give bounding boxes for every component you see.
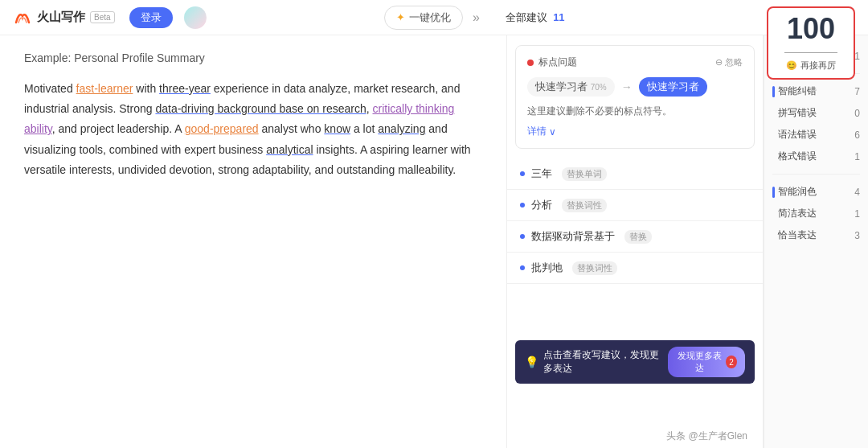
suggestion-text-3: 批判地 bbox=[531, 261, 563, 275]
dot-icon bbox=[520, 171, 525, 176]
bulb-icon: 💡 bbox=[525, 356, 538, 368]
original-score: 70% bbox=[591, 83, 607, 92]
sidebar-label-6: 恰当表达 bbox=[778, 228, 817, 242]
logo-icon bbox=[13, 8, 32, 27]
suggestion-badge-3: 替换词性 bbox=[572, 261, 617, 275]
sidebar-item-geshi[interactable]: 格式错误 1 bbox=[772, 146, 860, 167]
highlighted-good-prepared[interactable]: good-prepared bbox=[185, 122, 259, 135]
suggestion-card-main: 标点问题 ⊖ 忽略 快速学习者 70% → 快速学习者 这里建议删除不必要的标点… bbox=[515, 45, 755, 149]
sidebar-count-2: 6 bbox=[854, 129, 860, 141]
suggestion-item-3[interactable]: 批判地 替换词性 bbox=[507, 253, 763, 284]
score-action-text: 再接再厉 bbox=[800, 60, 836, 72]
beta-badge: Beta bbox=[90, 11, 115, 23]
highlighted-analytical[interactable]: analytical bbox=[266, 143, 313, 156]
sidebar-bar-2 bbox=[772, 129, 775, 141]
suggestion-badge-1: 替换词性 bbox=[562, 199, 607, 212]
tooltip-banner: 💡 点击查看改写建议，发现更多表达 发现更多表达 2 bbox=[515, 340, 755, 384]
suggestion-item-0[interactable]: 三年 替换单词 bbox=[507, 158, 763, 190]
right-sidebar: 全部建议 11 智能纠错 7 拼写错误 0 语法错误 6 bbox=[764, 35, 868, 448]
expand-button[interactable]: » bbox=[473, 10, 480, 25]
sidebar-item-left-5: 简洁表达 bbox=[772, 207, 817, 220]
suggestion-detail[interactable]: 详情 ∨ bbox=[527, 125, 743, 138]
sidebar-label-2: 语法错误 bbox=[778, 128, 817, 142]
sidebar-count-3: 1 bbox=[854, 151, 860, 162]
dot-icon-2 bbox=[520, 234, 525, 239]
suggestion-text-1: 分析 bbox=[531, 198, 552, 212]
sidebar-label-1: 拼写错误 bbox=[778, 106, 817, 120]
suggestion-tag: 标点问题 bbox=[527, 55, 577, 69]
score-box: 100 —————— 😊 再接再厉 bbox=[767, 6, 855, 80]
score-emoji: 😊 bbox=[786, 60, 797, 71]
sidebar-label-0: 智能纠错 bbox=[778, 84, 817, 98]
suggestions-panel: 标点问题 ⊖ 忽略 快速学习者 70% → 快速学习者 这里建议删除不必要的标点… bbox=[506, 35, 764, 448]
sidebar-bar-5 bbox=[772, 208, 775, 220]
sidebar-item-left-4: 智能润色 bbox=[772, 185, 817, 199]
optimize-label: 一键优化 bbox=[409, 10, 451, 25]
sidebar-count-0: 7 bbox=[854, 86, 860, 97]
sidebar-item-left-6: 恰当表达 bbox=[772, 228, 817, 242]
dot-icon-3 bbox=[520, 265, 525, 270]
avatar-button[interactable] bbox=[184, 6, 207, 29]
sidebar-item-jianjie[interactable]: 简洁表达 1 bbox=[772, 203, 860, 224]
suggestions-label: 全部建议 11 bbox=[506, 10, 565, 25]
sidebar-bar-4 bbox=[772, 187, 775, 198]
sidebar-label-4: 智能润色 bbox=[778, 185, 817, 199]
highlighted-analyzing[interactable]: analyzing bbox=[378, 122, 425, 135]
editor-area: Example: Personal Profile Summary Motiva… bbox=[0, 35, 506, 448]
star-icon: ✦ bbox=[396, 11, 405, 23]
dot-icon-1 bbox=[520, 203, 525, 208]
doc-body: Motivated fast-learner with three-year e… bbox=[24, 79, 482, 180]
logo-area: 火山写作 Beta 登录 bbox=[13, 6, 207, 29]
suggestion-item-1[interactable]: 分析 替换词性 bbox=[507, 190, 763, 221]
score-action: 😊 再接再厉 bbox=[776, 60, 845, 72]
word-suggested[interactable]: 快速学习者 bbox=[639, 77, 707, 97]
highlighted-know[interactable]: know bbox=[324, 122, 350, 135]
ignore-button[interactable]: ⊖ 忽略 bbox=[715, 56, 743, 68]
score-divider: —————— bbox=[776, 47, 845, 56]
sidebar-item-zhijuancuowu[interactable]: 智能纠错 7 bbox=[772, 80, 860, 102]
sidebar-item-qiadang[interactable]: 恰当表达 3 bbox=[772, 224, 860, 246]
discover-badge: 2 bbox=[726, 356, 737, 368]
highlighted-three-year[interactable]: three-year bbox=[159, 82, 211, 95]
sidebar-item-left-1: 拼写错误 bbox=[772, 106, 817, 120]
sidebar-count-6: 3 bbox=[854, 230, 860, 241]
sidebar-bar-0 bbox=[772, 86, 775, 97]
highlighted-fast-learner[interactable]: fast-learner bbox=[76, 82, 133, 95]
discover-button[interactable]: 发现更多表达 2 bbox=[668, 347, 745, 377]
sidebar-count-5: 1 bbox=[854, 208, 860, 220]
highlighted-data-driving[interactable]: data-driving background base on research bbox=[155, 102, 366, 115]
sidebar-bar-3 bbox=[772, 151, 775, 162]
tooltip-left: 💡 点击查看改写建议，发现更多表达 bbox=[525, 348, 668, 376]
sidebar-count-4: 4 bbox=[854, 187, 860, 198]
sidebar-item-left-2: 语法错误 bbox=[772, 128, 817, 142]
sidebar-item-runse[interactable]: 智能润色 4 bbox=[772, 181, 860, 203]
tooltip-text: 点击查看改写建议，发现更多表达 bbox=[543, 348, 668, 376]
suggestion-card-header: 标点问题 ⊖ 忽略 bbox=[527, 55, 743, 69]
sidebar-count-1: 0 bbox=[854, 108, 860, 119]
doc-title: Example: Personal Profile Summary bbox=[24, 51, 482, 64]
dot-red-icon bbox=[527, 60, 534, 66]
sidebar-bar-1 bbox=[772, 108, 775, 119]
suggestion-tag-label: 标点问题 bbox=[538, 55, 577, 69]
sidebar-item-left-0: 智能纠错 bbox=[772, 84, 817, 98]
sidebar-item-left-3: 格式错误 bbox=[772, 150, 817, 163]
discover-label: 发现更多表达 bbox=[676, 350, 723, 374]
arrow-icon: → bbox=[621, 80, 633, 93]
suggestion-item-2[interactable]: 数据驱动背景基于 替换 bbox=[507, 221, 763, 253]
login-button[interactable]: 登录 bbox=[129, 7, 173, 28]
optimize-button[interactable]: ✦ 一键优化 bbox=[384, 6, 463, 30]
header: 火山写作 Beta 登录 ✦ 一键优化 » 全部建议 11 bbox=[0, 0, 868, 35]
sidebar-item-yufa[interactable]: 语法错误 6 bbox=[772, 124, 860, 146]
sidebar-label-5: 简洁表达 bbox=[778, 207, 817, 220]
sidebar-bar-6 bbox=[772, 230, 775, 241]
score-number: 100 bbox=[776, 13, 845, 45]
sidebar-item-pinxie[interactable]: 拼写错误 0 bbox=[772, 102, 860, 124]
sidebar-divider-2 bbox=[772, 174, 860, 175]
suggestion-text-0: 三年 bbox=[531, 166, 552, 181]
suggestion-badge-2: 替换 bbox=[624, 230, 652, 244]
suggestions-count: 11 bbox=[553, 11, 564, 23]
header-center: ✦ 一键优化 » 全部建议 11 bbox=[207, 6, 743, 30]
suggestion-words: 快速学习者 70% → 快速学习者 bbox=[527, 77, 743, 97]
logo-text: 火山写作 bbox=[37, 10, 85, 25]
sidebar-label-3: 格式错误 bbox=[778, 150, 817, 163]
